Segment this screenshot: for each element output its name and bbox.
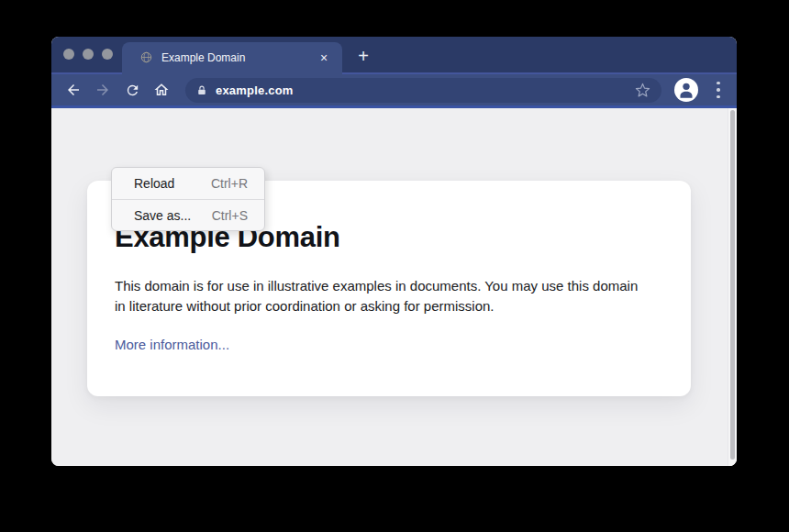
- context-menu: Reload Ctrl+R Save as... Ctrl+S: [111, 167, 265, 231]
- zoom-window-button[interactable]: [102, 49, 113, 60]
- tab-title: Example Domain: [161, 51, 317, 64]
- forward-arrow-icon: [94, 82, 111, 98]
- profile-avatar-button[interactable]: [674, 78, 698, 102]
- back-arrow-icon: [65, 82, 82, 98]
- home-button[interactable]: [150, 79, 172, 101]
- page-paragraph: This domain is for use in illustrative e…: [115, 276, 649, 316]
- new-tab-button[interactable]: +: [352, 45, 374, 67]
- globe-favicon-icon: [140, 51, 152, 63]
- minimize-window-button[interactable]: [83, 49, 94, 60]
- tab-example-domain[interactable]: Example Domain ×: [122, 42, 342, 74]
- menu-item-save-as[interactable]: Save as... Ctrl+S: [112, 199, 264, 230]
- home-icon: [153, 82, 170, 98]
- menu-item-shortcut: Ctrl+S: [212, 208, 248, 223]
- back-button[interactable]: [62, 79, 84, 101]
- titlebar: Example Domain × +: [51, 37, 737, 72]
- menu-item-reload[interactable]: Reload Ctrl+R: [112, 168, 264, 199]
- browser-window: Example Domain × +: [51, 37, 737, 466]
- dots-icon: [717, 82, 720, 85]
- page-viewport: Example Domain This domain is for use in…: [51, 108, 737, 466]
- close-window-button[interactable]: [63, 49, 74, 60]
- menu-item-shortcut: Ctrl+R: [211, 176, 248, 191]
- window-controls: [63, 49, 113, 60]
- more-information-link[interactable]: More information...: [115, 337, 229, 352]
- scrollbar-thumb[interactable]: [730, 110, 735, 460]
- menu-item-label: Save as...: [134, 208, 191, 223]
- scrollbar[interactable]: [728, 108, 737, 466]
- tab-close-icon[interactable]: ×: [317, 51, 331, 64]
- person-icon: [674, 78, 698, 102]
- address-bar[interactable]: example.com: [185, 78, 661, 103]
- browser-menu-button[interactable]: [711, 79, 726, 101]
- reload-icon: [125, 83, 140, 98]
- url-text[interactable]: example.com: [216, 83, 635, 97]
- toolbar: example.com: [51, 72, 737, 108]
- lock-icon: [196, 84, 207, 96]
- menu-item-label: Reload: [134, 176, 174, 191]
- bookmark-star-icon[interactable]: [635, 83, 650, 98]
- reload-button[interactable]: [121, 79, 143, 101]
- forward-button[interactable]: [92, 79, 114, 101]
